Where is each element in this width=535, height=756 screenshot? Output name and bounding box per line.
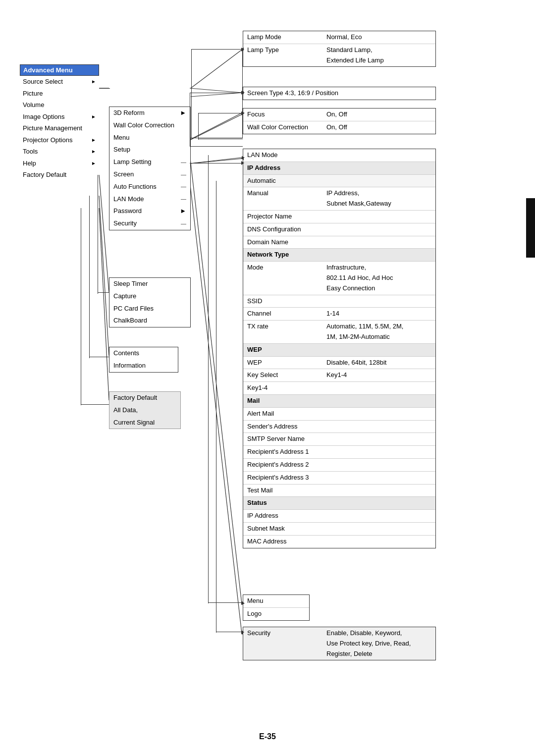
key1-4-label: Key1-4 [243,382,435,394]
lamp-mode-value: Normal, Eco [322,31,435,44]
arrow-lamp [241,48,244,52]
menu-item-label: Volume [23,100,44,110]
wall-color-label: Wall Color Correction [243,121,322,134]
arrow-focus [241,111,244,115]
menu-logo-menu: Menu [243,595,309,607]
wep-field-label: WEP [243,357,322,369]
second-menu-lamp-setting[interactable]: Lamp Setting — [109,156,190,168]
wep-header: WEP [243,344,435,357]
connector-tools-h [98,292,109,293]
status-label: Status [243,497,435,509]
focus-box: Focus On, Off Wall Color Correction On, … [243,108,436,134]
svg-line-7 [99,208,109,400]
security-row: Security Enable, Disable, Keyword,Use Pr… [243,627,435,660]
senders-label: Sender's Address [243,421,435,433]
advanced-menu-title[interactable]: Advanced Menu [20,64,99,76]
lamp-mode-row: Lamp Mode Normal, Eco [243,31,435,44]
contents-information[interactable]: Information [109,360,178,372]
second-menu-auto-functions[interactable]: Auto Functions — [109,181,190,193]
factory-all-data[interactable]: All Data, [109,404,180,417]
key-select-row: Key Select Key1-4 [243,369,435,382]
focus-row: Focus On, Off [243,108,435,121]
menu-item-projector-options[interactable]: Projector Options ► [20,134,99,146]
menu-item-picture-management[interactable]: Picture Management [20,122,99,134]
smtp-label: SMTP Server Name [243,433,435,445]
menu-item-label: Picture [23,89,43,99]
connector-tools-v [98,175,98,294]
menu-item-label: Picture Management [23,123,82,133]
manual-label: Manual [243,187,322,210]
wall-color-value: On, Off [322,121,435,134]
lamp-type-row: Lamp Type Standard Lamp,Extended Life La… [243,44,435,67]
screen-type-label: Screen Type 4:3, 16:9 / Position [243,87,435,100]
tx-rate-value: Automatic, 11M, 5.5M, 2M,1M, 1M-2M-Autom… [322,321,435,343]
arrow-icon: ► [91,78,96,85]
menu-item-tools[interactable]: Tools ► [20,146,99,158]
arrow-icon: ► [180,108,186,118]
arrow-icon: ► [91,148,96,155]
mode-label: Mode [243,262,322,294]
recipient1-label: Recipient's Address 1 [243,446,435,458]
lan-mode-header: LAN Mode [243,149,435,162]
tx-rate-label: TX rate [243,321,322,343]
lan-box: LAN Mode IP Address Automatic Manual IP … [243,149,436,548]
focus-value: On, Off [322,108,435,121]
wep-label: WEP [243,344,435,356]
channel-row: Channel 1-14 [243,308,435,321]
menu-item-source-select[interactable]: Source Select ► [20,76,99,88]
domain-row: Domain Name [243,236,435,249]
second-menu-3d-reform[interactable]: 3D Reform ► [109,107,190,119]
projector-name-label: Projector Name [243,211,435,223]
channel-value: 1-14 [322,308,435,320]
mode-row: Mode Infrastructure,802.11 Ad Hoc, Ad Ho… [243,262,435,295]
automatic-row: Automatic [243,175,435,188]
contents-contents[interactable]: Contents [109,347,178,360]
second-menu-menu[interactable]: Menu [109,132,190,144]
tools-chalkboard[interactable]: ChalkBoard [109,315,190,327]
second-menu-wall-color[interactable]: Wall Color Correction [109,119,190,132]
svg-line-6 [99,196,109,356]
tools-pc-card[interactable]: PC Card Files [109,303,190,315]
menu-item-label: Image Options [23,112,65,122]
ssid-row: SSID [243,295,435,308]
second-menu-security[interactable]: Security — [109,217,190,230]
connector-security-v [216,181,216,633]
lamp-type-label: Lamp Type [243,44,322,67]
menu-item-picture[interactable]: Picture [20,88,99,100]
tools-submenu: Sleep Timer Capture PC Card Files ChalkB… [109,277,191,327]
status-ip-label: IP Address [243,510,435,522]
connector-contents-v [89,196,90,358]
arrow-menulogo [241,601,244,605]
contents-submenu: Contents Information [109,347,178,373]
second-menu-password[interactable]: Password ► [109,205,190,217]
connector-focus-h [198,113,243,113]
factory-current-signal[interactable]: Current Signal [109,417,180,429]
second-menu-setup[interactable]: Setup [109,144,190,156]
menu-item-volume[interactable]: Volume [20,99,99,111]
connector-focus-v [198,113,199,140]
security-box: Security Enable, Disable, Keyword,Use Pr… [243,627,436,660]
wep-value: Disable, 64bit, 128bit [322,357,435,369]
second-menu-lan-mode[interactable]: LAN Mode — [109,193,190,206]
second-menu-screen[interactable]: Screen — [109,168,190,181]
menu-item-factory-default[interactable]: Factory Default [20,169,99,181]
advanced-menu: Advanced Menu Source Select ► Picture Vo… [20,64,99,181]
security-label: Security [243,627,322,660]
tools-sleep-timer[interactable]: Sleep Timer [109,278,190,290]
mode-value: Infrastructure,802.11 Ad Hoc, Ad HocEasy… [322,262,435,294]
recipient3-label: Recipient's Address 3 [243,472,435,484]
arrow-lan [241,161,244,165]
menu-item-image-options[interactable]: Image Options ► [20,111,99,123]
menu-item-help[interactable]: Help ► [20,158,99,169]
menu-logo-box: Menu Logo [243,594,310,621]
status-mac-label: MAC Address [243,536,435,548]
tools-capture[interactable]: Capture [109,290,190,303]
connector-screen-h [190,146,243,147]
ip-address-label: IP Address [243,162,435,174]
ssid-label: SSID [243,295,435,308]
lan-mode-label: LAN Mode [243,149,435,162]
factory-default-label[interactable]: Factory Default [109,392,180,404]
key-select-label: Key Select [243,369,322,381]
menu-item-label: Help [23,159,36,168]
tx-rate-row: TX rate Automatic, 11M, 5.5M, 2M,1M, 1M-… [243,321,435,344]
